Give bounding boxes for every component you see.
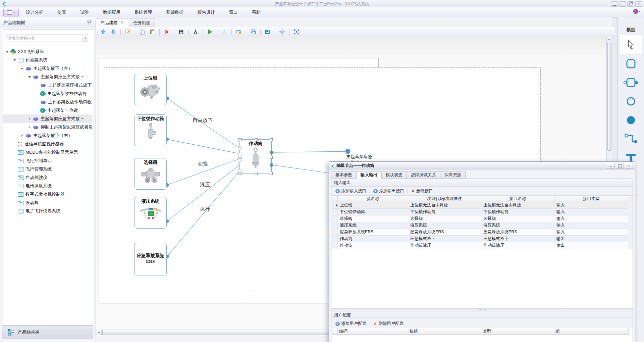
tree-item[interactable]: XXX飞机系统	[3, 47, 92, 56]
edit-button[interactable]	[124, 28, 132, 36]
resize-handle[interactable]	[270, 138, 273, 141]
tool-node-with-ports[interactable]	[620, 73, 642, 92]
io-table-vscrollbar[interactable]	[628, 196, 633, 249]
tool-circle-outline[interactable]	[620, 92, 642, 111]
save-button[interactable]	[177, 28, 185, 36]
io-row[interactable]: 下位锁作动筒下位锁作动筒 下位锁作动筒输入	[332, 209, 629, 215]
search-combobox[interactable]	[5, 35, 88, 42]
scroll-thumb[interactable]	[607, 43, 611, 151]
tree-item[interactable]: 起落架系统	[3, 56, 92, 64]
cascade-windows-button[interactable]	[249, 28, 257, 36]
copy-button[interactable]	[138, 28, 146, 36]
tab-product-modeling[interactable]: 产品建模 ✕	[96, 18, 128, 27]
tree-item[interactable]: 电子飞行仪表系统	[3, 207, 92, 215]
tree-item[interactable]: 数字式发动机控制器	[3, 190, 92, 198]
paste-button[interactable]	[148, 28, 156, 36]
tool-connector[interactable]	[620, 130, 642, 148]
analysis-disabled-button[interactable]	[220, 28, 228, 36]
resize-handle[interactable]	[238, 138, 241, 141]
tree-item-selected[interactable]: 主起落架应急方式放下	[3, 114, 92, 123]
delete-port-button[interactable]: ✕ 删除接口	[410, 188, 434, 195]
tab-module-state[interactable]: 模块状态	[381, 171, 407, 179]
io-row[interactable]: 选择阀选择阀 选择阀输入	[332, 215, 629, 222]
menu-help[interactable]: 帮助	[245, 7, 268, 17]
tree-item[interactable]: 主起落架收放作动筒	[3, 89, 92, 98]
search-input[interactable]	[5, 35, 82, 42]
add-input-port-button[interactable]: + 添加输入接口	[334, 188, 368, 195]
tree-item[interactable]: 飞行管理系统	[3, 165, 92, 173]
image-preview-button[interactable]	[264, 28, 272, 36]
scroll-left-icon[interactable]: ◄	[96, 330, 102, 335]
io-row[interactable]: 作动筒应急模式放下 应急模式放下输出	[332, 236, 629, 242]
node-actuator-selected[interactable]: 作动筒	[239, 139, 272, 174]
io-row[interactable]: 应急释放系统ERS应急释放系统ERS 应急释放系统ERS输入	[332, 229, 629, 236]
tree-item[interactable]: MCDU多功能控制显示单元	[3, 148, 92, 156]
delete-user-config-button[interactable]: ✕ 删除用户配置	[372, 320, 405, 327]
tree-item[interactable]: 主起落架收放作动筒收回与...	[3, 98, 92, 106]
tab-support-resource[interactable]: 保障资源	[440, 171, 466, 179]
search-dropdown-button[interactable]	[82, 35, 88, 42]
tree-item[interactable]: 发动机	[3, 198, 92, 207]
add-output-port-button[interactable]: + 添加输出接口	[372, 188, 406, 195]
tree-item[interactable]: 主起落架上位锁	[3, 106, 92, 114]
move-up-button[interactable]	[99, 28, 107, 36]
close-tab-icon[interactable]: ✕	[120, 18, 124, 27]
resize-handle[interactable]	[255, 172, 258, 175]
input-port[interactable]	[238, 158, 241, 162]
window-style-button[interactable]	[611, 1, 618, 7]
menu-system-management[interactable]: 系统管理	[127, 7, 159, 17]
io-row[interactable]: 作动筒作动筒液压 作动筒液压输出	[332, 242, 629, 249]
fit-view-button[interactable]	[292, 28, 301, 36]
report-table-button[interactable]	[235, 28, 243, 36]
section-splitter[interactable]	[331, 308, 633, 311]
tree-item[interactable]: 主起落架放下（左）	[3, 64, 92, 72]
dialog-minimize-button[interactable]	[607, 163, 615, 169]
input-port[interactable]	[238, 153, 241, 156]
io-row[interactable]: 液压系统液压系统 液压系统输入	[332, 222, 629, 229]
restore-button[interactable]	[627, 1, 634, 7]
tree-item[interactable]: 飞行控制单元	[3, 156, 92, 165]
dialog-close-button[interactable]: ×	[625, 163, 633, 169]
menu-window[interactable]: 窗口	[222, 7, 245, 17]
menu-report-design[interactable]: 报告设计	[191, 7, 222, 17]
output-port[interactable]	[270, 151, 273, 154]
move-down-button[interactable]	[109, 28, 117, 36]
resize-handle[interactable]	[270, 156, 273, 159]
tool-circle-filled[interactable]	[620, 111, 642, 130]
node-emergency-release-system[interactable]: 应急释放系统 ERS	[134, 243, 167, 276]
menu-design-analysis[interactable]: 设计分析	[19, 7, 50, 17]
center-view-button[interactable]	[278, 28, 286, 36]
tree-item[interactable]: 通信导航监视传感器	[3, 140, 92, 148]
input-port[interactable]	[238, 169, 241, 173]
node-upper-lock[interactable]: 上位锁	[134, 74, 167, 105]
resize-handle[interactable]	[270, 172, 273, 175]
scroll-up-icon[interactable]: ▲	[607, 37, 611, 41]
tree-item[interactable]: 主起落架液压方式放下	[3, 72, 92, 81]
run-button[interactable]	[206, 28, 214, 36]
node-select-valve[interactable]: 选择阀	[134, 158, 167, 190]
hierarchy-button[interactable]	[192, 28, 200, 36]
tree-item[interactable]: 电传操纵系统	[3, 182, 92, 190]
delete-button[interactable]	[163, 28, 171, 36]
tree-item[interactable]: 自动驾驶仪	[3, 173, 92, 182]
tool-rounded-rect[interactable]	[620, 54, 642, 73]
input-port[interactable]	[238, 147, 241, 151]
tree-item[interactable]: 抑制主起落架以液压或者应急模...	[3, 123, 92, 131]
dialog-title-bar[interactable]: ϛ 编辑节点——作动筒	[329, 162, 635, 169]
dialog-maximize-button[interactable]	[616, 163, 624, 169]
structure-tree-footer-button[interactable]: 产品结构树	[2, 325, 93, 339]
io-row-selected[interactable]: 上位锁上位锁无法自由释放 上位锁无法自由释放输入	[332, 202, 629, 209]
node-lower-lock-cylinder[interactable]: 下位锁作动筒	[134, 114, 167, 146]
output-port[interactable]	[270, 163, 273, 167]
add-user-config-button[interactable]: + 添加用户配置	[334, 320, 368, 327]
tab-input-output[interactable]: 输入输出	[356, 171, 382, 179]
close-button[interactable]: ×	[635, 1, 642, 7]
node-hydraulic-system[interactable]: 液压系统	[134, 197, 167, 229]
menu-data-application[interactable]: 数据应用	[96, 7, 127, 17]
tool-cursor[interactable]	[620, 35, 642, 54]
tab-basic-params[interactable]: 基本参数	[331, 171, 357, 179]
menu-test[interactable]: 试验	[73, 7, 96, 17]
tab-fault-test-relation[interactable]: 故障测试关系	[407, 171, 440, 179]
tree-item[interactable]: 主起落架放下（右）	[3, 131, 92, 140]
resize-handle[interactable]	[255, 138, 258, 141]
